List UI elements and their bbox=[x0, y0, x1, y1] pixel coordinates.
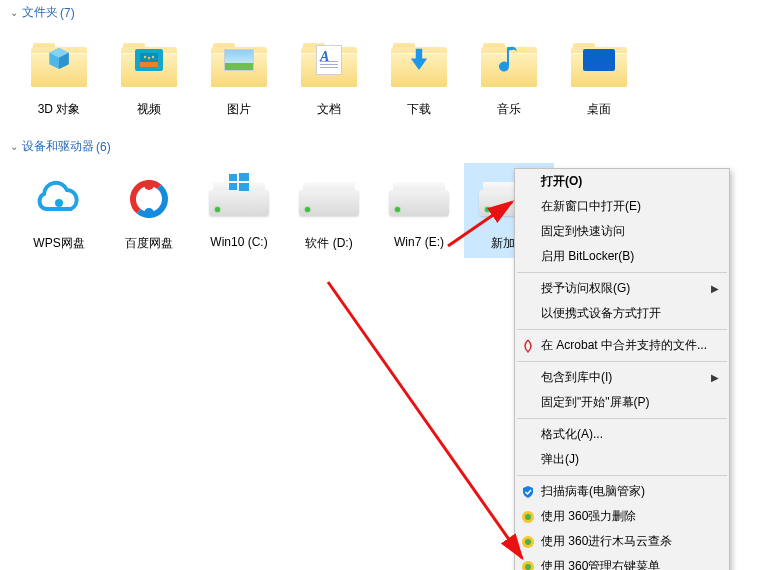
download-arrow-icon bbox=[406, 45, 432, 71]
drive-wps-netdisk[interactable]: WPS网盘 bbox=[14, 163, 104, 258]
menu-separator bbox=[517, 475, 727, 476]
svg-point-5 bbox=[148, 57, 150, 59]
folder-icon bbox=[27, 35, 91, 95]
folder-icon bbox=[387, 35, 451, 95]
item-label: Win7 (E:) bbox=[394, 235, 444, 249]
shield-icon bbox=[520, 484, 536, 500]
svg-point-12 bbox=[144, 208, 154, 218]
drive-icon bbox=[207, 169, 271, 229]
submenu-arrow-icon: ▶ bbox=[711, 372, 719, 383]
svg-rect-7 bbox=[140, 62, 158, 67]
svg-point-20 bbox=[525, 539, 531, 545]
menu-eject[interactable]: 弹出(J) bbox=[515, 447, 729, 472]
section-header-drives[interactable]: ⌄ 设备和驱动器 (6) bbox=[0, 134, 771, 159]
svg-rect-14 bbox=[239, 173, 249, 181]
film-icon bbox=[135, 49, 163, 71]
menu-separator bbox=[517, 418, 727, 419]
folder-icon bbox=[207, 35, 271, 95]
menu-acrobat-combine[interactable]: 在 Acrobat 中合并支持的文件... bbox=[515, 333, 729, 358]
svg-point-6 bbox=[152, 56, 154, 58]
music-note-icon bbox=[497, 44, 521, 72]
folder-videos[interactable]: 视频 bbox=[104, 29, 194, 124]
section-title: 设备和驱动器 bbox=[22, 138, 94, 155]
folder-documents[interactable]: A 文档 bbox=[284, 29, 374, 124]
menu-360-context-manage[interactable]: 使用 360管理右键菜单 bbox=[515, 554, 729, 570]
drive-icon bbox=[387, 169, 451, 229]
item-label: 图片 bbox=[227, 101, 251, 118]
svg-point-4 bbox=[144, 56, 146, 58]
item-label: 文档 bbox=[317, 101, 341, 118]
acrobat-icon bbox=[520, 338, 536, 354]
folder-3d-objects[interactable]: 3D 对象 bbox=[14, 29, 104, 124]
menu-separator bbox=[517, 272, 727, 273]
360-icon bbox=[520, 559, 536, 571]
menu-enable-bitlocker[interactable]: 启用 BitLocker(B) bbox=[515, 244, 729, 269]
section-title: 文件夹 bbox=[22, 4, 58, 21]
menu-360-trojan-scan[interactable]: 使用 360进行木马云查杀 bbox=[515, 529, 729, 554]
svg-point-8 bbox=[55, 199, 63, 207]
item-label: 视频 bbox=[137, 101, 161, 118]
folder-downloads[interactable]: 下载 bbox=[374, 29, 464, 124]
menu-include-library[interactable]: 包含到库中(I)▶ bbox=[515, 365, 729, 390]
svg-line-24 bbox=[328, 282, 522, 558]
annotation-arrow-icon bbox=[322, 276, 542, 570]
svg-rect-15 bbox=[229, 183, 237, 190]
item-label: 桌面 bbox=[587, 101, 611, 118]
item-label: 百度网盘 bbox=[125, 235, 173, 252]
svg-point-22 bbox=[525, 564, 531, 570]
item-label: Win10 (C:) bbox=[210, 235, 267, 249]
baidu-netdisk-icon bbox=[117, 169, 181, 229]
drive-win10-c[interactable]: Win10 (C:) bbox=[194, 163, 284, 258]
folder-icon bbox=[117, 35, 181, 95]
chevron-down-icon: ⌄ bbox=[10, 7, 18, 18]
menu-scan-virus[interactable]: 扫描病毒(电脑管家) bbox=[515, 479, 729, 504]
svg-point-11 bbox=[144, 180, 154, 190]
menu-360-delete[interactable]: 使用 360强力删除 bbox=[515, 504, 729, 529]
submenu-arrow-icon: ▶ bbox=[711, 283, 719, 294]
drive-software-d[interactable]: 软件 (D:) bbox=[284, 163, 374, 258]
photo-icon bbox=[224, 49, 254, 71]
menu-open-portable[interactable]: 以便携式设备方式打开 bbox=[515, 301, 729, 326]
wps-cloud-icon bbox=[27, 169, 91, 229]
svg-point-18 bbox=[525, 514, 531, 520]
folder-icon: A bbox=[297, 35, 361, 95]
folder-icon bbox=[567, 35, 631, 95]
folder-icon bbox=[477, 35, 541, 95]
folders-items: 3D 对象 视频 图片 A bbox=[0, 25, 771, 134]
windows-logo-icon bbox=[229, 172, 249, 192]
svg-rect-13 bbox=[229, 174, 237, 181]
menu-open-new-window[interactable]: 在新窗口中打开(E) bbox=[515, 194, 729, 219]
drive-win7-e[interactable]: Win7 (E:) bbox=[374, 163, 464, 258]
section-count: (7) bbox=[60, 6, 75, 20]
monitor-icon bbox=[583, 49, 615, 71]
360-icon bbox=[520, 509, 536, 525]
item-label: WPS网盘 bbox=[33, 235, 84, 252]
chevron-down-icon: ⌄ bbox=[10, 141, 18, 152]
menu-grant-access[interactable]: 授予访问权限(G)▶ bbox=[515, 276, 729, 301]
menu-separator bbox=[517, 329, 727, 330]
menu-pin-quick-access[interactable]: 固定到快速访问 bbox=[515, 219, 729, 244]
section-header-folders[interactable]: ⌄ 文件夹 (7) bbox=[0, 0, 771, 25]
item-label: 音乐 bbox=[497, 101, 521, 118]
drive-icon bbox=[297, 169, 361, 229]
svg-rect-16 bbox=[239, 183, 249, 191]
menu-separator bbox=[517, 361, 727, 362]
drive-baidu-netdisk[interactable]: 百度网盘 bbox=[104, 163, 194, 258]
folder-pictures[interactable]: 图片 bbox=[194, 29, 284, 124]
cube-3d-icon bbox=[46, 45, 72, 71]
item-label: 3D 对象 bbox=[38, 101, 81, 118]
section-count: (6) bbox=[96, 140, 111, 154]
menu-open[interactable]: 打开(O) bbox=[515, 169, 729, 194]
menu-pin-start[interactable]: 固定到"开始"屏幕(P) bbox=[515, 390, 729, 415]
360-icon bbox=[520, 534, 536, 550]
menu-format[interactable]: 格式化(A)... bbox=[515, 422, 729, 447]
item-label: 软件 (D:) bbox=[305, 235, 352, 252]
document-icon: A bbox=[316, 45, 342, 75]
context-menu: 打开(O) 在新窗口中打开(E) 固定到快速访问 启用 BitLocker(B)… bbox=[514, 168, 730, 570]
folder-music[interactable]: 音乐 bbox=[464, 29, 554, 124]
item-label: 下载 bbox=[407, 101, 431, 118]
folder-desktop[interactable]: 桌面 bbox=[554, 29, 644, 124]
